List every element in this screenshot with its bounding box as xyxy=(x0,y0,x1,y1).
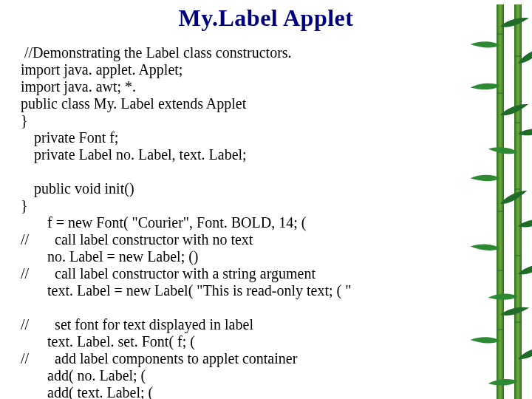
code-line: } xyxy=(21,112,451,129)
slide: My.Label Applet //Demonstrating the Labe… xyxy=(0,4,532,399)
code-line: } xyxy=(21,197,451,214)
svg-rect-0 xyxy=(497,4,504,399)
code-line: import java. applet. Applet; xyxy=(21,61,451,78)
code-line: add( no. Label; ( xyxy=(47,367,451,384)
code-line: // set font for text displayed in label xyxy=(21,316,451,333)
svg-rect-1 xyxy=(514,4,522,399)
code-line: add( text. Label; ( xyxy=(47,384,451,399)
slide-title: My.Label Applet xyxy=(0,4,532,32)
code-line: no. Label = new Label; () xyxy=(47,248,451,265)
code-body: //Demonstrating the Label class construc… xyxy=(21,44,451,399)
code-line: private Label no. Label, text. Label; xyxy=(34,146,451,163)
code-line xyxy=(21,299,451,316)
code-line: import java. awt; *. xyxy=(21,78,451,95)
code-line: f = new Font( "Courier", Font. BOLD, 14;… xyxy=(47,214,451,231)
code-line: public void init() xyxy=(34,180,451,197)
code-line: text. Label = new Label( "This is read-o… xyxy=(47,282,451,299)
code-line: // call label constructor with no text xyxy=(21,231,451,248)
code-line: // add label components to applet contai… xyxy=(21,350,451,367)
code-line: //Demonstrating the Label class construc… xyxy=(21,44,451,61)
bamboo-decoration xyxy=(451,4,532,399)
code-line: private Font f; xyxy=(34,129,451,146)
code-line: public class My. Label extends Applet xyxy=(21,95,451,112)
code-line xyxy=(21,163,451,180)
code-line: text. Label. set. Font( f; ( xyxy=(47,333,451,350)
code-line: // call label constructor with a string … xyxy=(21,265,451,282)
